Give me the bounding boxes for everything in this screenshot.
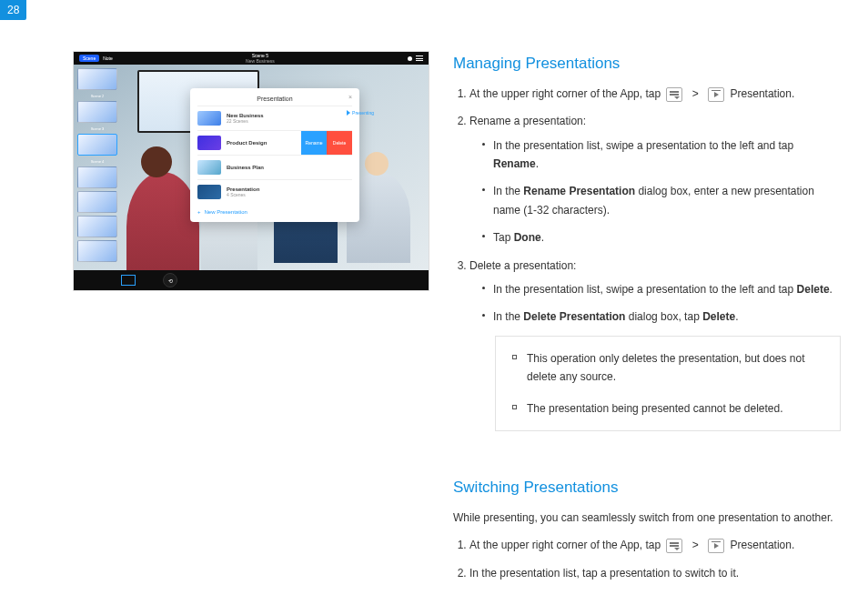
presentation-sub: 4 Scenes — [227, 193, 259, 198]
step-text: Delete a presentation: — [469, 259, 576, 272]
note-box: This operation only deletes the presenta… — [495, 336, 841, 431]
link-button[interactable]: ⟲ — [163, 273, 177, 287]
topbar-subtitle: New Business — [246, 58, 275, 64]
scene-thumbnail-label: Scene 2 — [77, 94, 117, 98]
breadcrumb-sep: > — [692, 539, 699, 551]
bold-term: Rename Presentation — [523, 185, 635, 197]
bottom-strip: ⟲ — [74, 270, 429, 290]
bold-term: Delete — [797, 283, 830, 296]
page: 28 Scene Note Scene 5 New Business — [0, 0, 868, 615]
scene-thumbnail-label: Scene 4 — [77, 159, 117, 164]
bold-term: Done — [514, 231, 541, 244]
bold-term: Delete — [702, 310, 735, 323]
step-text: . — [541, 231, 544, 244]
step-text: In the — [493, 310, 523, 323]
scene-thumbnail[interactable] — [77, 134, 117, 156]
presentation-thumb — [197, 111, 221, 126]
presentation-title: Product Design — [227, 140, 267, 146]
note-mode-button[interactable]: Note — [103, 55, 113, 61]
scene-thumbnail-list: Scene 2 Scene 3 Scene 4 — [77, 68, 117, 262]
presentation-thumb — [197, 136, 221, 150]
list-item: At the upper right corner of the App, ta… — [469, 536, 841, 554]
rename-button[interactable]: Rename — [301, 131, 327, 155]
list-item: Tap Done. — [482, 228, 841, 247]
scene-mode-button[interactable]: Scene — [79, 55, 99, 62]
step-text: Presentation. — [731, 539, 795, 551]
new-presentation-button[interactable]: New Presentation — [197, 204, 352, 215]
heading-switching: Switching Presentations — [453, 475, 841, 501]
menu-icon[interactable] — [416, 55, 423, 61]
page-number-tab: 28 — [0, 0, 26, 20]
scene-thumbnail-label: Scene 3 — [77, 126, 117, 131]
note-item: This operation only deletes the presenta… — [512, 349, 823, 387]
scene-thumbnail[interactable] — [77, 191, 117, 213]
presentation-title: Business Plan — [227, 165, 264, 171]
managing-steps: At the upper right corner of the App, ta… — [469, 85, 841, 327]
bold-term: Delete Presentation — [523, 310, 625, 323]
intro-text: While presenting, you can seamlessly swi… — [453, 509, 841, 527]
step-text: At the upper right corner of the App, ta… — [469, 87, 661, 100]
app-topbar: Scene Note Scene 5 New Business — [74, 52, 429, 65]
scene-thumbnail[interactable] — [77, 166, 117, 188]
step-text: . — [735, 310, 738, 323]
step-text: At the upper right corner of the App, ta… — [469, 539, 661, 551]
step-text: Tap — [493, 231, 514, 244]
scene-thumbnail[interactable] — [77, 240, 117, 262]
close-icon[interactable]: × — [348, 94, 352, 100]
panel-title: Presentation — [257, 96, 292, 102]
scene-thumbnail[interactable] — [77, 101, 117, 123]
list-dropdown-icon — [666, 539, 682, 553]
figure-person — [126, 172, 199, 281]
presentation-row[interactable]: Product Design Rename Delete — [197, 130, 352, 155]
list-dropdown-icon — [666, 87, 682, 102]
scene-thumbnail[interactable] — [77, 216, 117, 237]
delete-button[interactable]: Delete — [327, 131, 352, 155]
doc-text: Managing Presentations At the upper righ… — [453, 51, 841, 591]
list-item: In the presentation list, tap a presenta… — [469, 564, 841, 582]
step-text: Rename a presentation: — [469, 115, 586, 127]
scene-thumbnail[interactable] — [77, 68, 117, 90]
switching-steps: At the upper right corner of the App, ta… — [469, 536, 841, 582]
list-item: In the presentation list, swipe a presen… — [482, 136, 841, 174]
record-icon[interactable] — [408, 56, 412, 61]
list-item: At the upper right corner of the App, ta… — [469, 85, 841, 103]
presentation-thumb — [197, 160, 221, 175]
bold-term: Rename — [493, 157, 536, 170]
list-item: In the Rename Presentation dialog box, e… — [482, 182, 841, 219]
presentation-panel: Presentation × New Business 22 Scenes Pr… — [190, 88, 359, 222]
presentation-play-icon — [708, 539, 724, 553]
list-item: In the presentation list, swipe a presen… — [482, 280, 841, 298]
step-text: dialog box, tap — [625, 310, 702, 323]
page-content: Scene Note Scene 5 New Business — [73, 51, 841, 591]
presentation-play-icon — [708, 87, 724, 102]
step-text: . — [830, 283, 833, 296]
app-screenshot: Scene Note Scene 5 New Business — [73, 51, 429, 291]
step-text: In the presentation list, swipe a presen… — [493, 283, 797, 296]
breadcrumb-sep: > — [692, 87, 699, 100]
swipe-actions: Rename Delete — [301, 131, 352, 155]
presenting-badge: Presenting — [347, 110, 374, 116]
note-item: The presentation being presented cannot … — [512, 399, 823, 418]
presentation-row[interactable]: Business Plan — [197, 155, 352, 179]
presentation-sub: 22 Scenes — [227, 119, 264, 125]
step-text: In the — [493, 185, 523, 197]
heading-managing: Managing Presentations — [453, 51, 841, 77]
step-text: Presentation. — [731, 87, 795, 100]
list-item: Rename a presentation: In the presentati… — [469, 112, 841, 247]
figure-column: Scene Note Scene 5 New Business — [73, 51, 428, 291]
list-item: In the Delete Presentation dialog box, t… — [482, 308, 841, 326]
step-text: In the presentation list, swipe a presen… — [493, 139, 793, 152]
list-item: Delete a presentation: In the presentati… — [469, 257, 841, 327]
step-text: . — [536, 157, 539, 170]
presentation-row[interactable]: Presentation 4 Scenes — [197, 179, 352, 204]
presentation-row[interactable]: New Business 22 Scenes Presenting — [197, 106, 352, 130]
presentation-thumb — [197, 185, 221, 199]
add-scene-button[interactable] — [121, 275, 136, 286]
